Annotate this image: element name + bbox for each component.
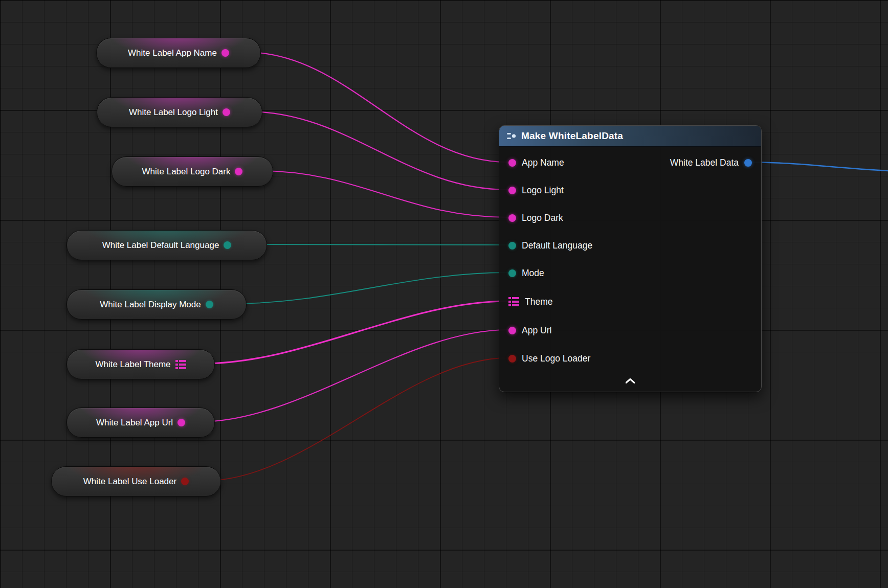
getter-label: White Label App Url [96, 418, 173, 428]
getter-label: White Label App Name [128, 48, 217, 58]
input-row-default-language: Default Language [508, 237, 592, 254]
output-pin-display-mode[interactable] [206, 301, 213, 308]
input-row-logo-dark: Logo Dark [508, 209, 563, 227]
input-pin-logo-dark[interactable] [508, 214, 516, 222]
wire-logo-dark[interactable] [258, 171, 508, 217]
pin-label: Mode [522, 268, 544, 279]
chevron-up-icon [626, 378, 635, 383]
wire-theme[interactable] [203, 301, 508, 364]
getter-node-white-label-app-url[interactable]: White Label App Url [66, 408, 215, 438]
input-row-app-url: App Url [508, 322, 551, 339]
pin-label: Logo Light [522, 185, 564, 196]
output-pin-logo-light[interactable] [223, 108, 230, 116]
output-pin-use-loader[interactable] [181, 478, 189, 485]
wire-default-language[interactable] [253, 244, 508, 245]
input-pin-use-logo-loader[interactable] [508, 355, 516, 363]
getter-label: White Label Logo Dark [142, 167, 231, 177]
pin-label: App Name [522, 157, 564, 168]
output-pin-white-label-data[interactable] [744, 159, 752, 167]
input-pin-mode[interactable] [508, 269, 516, 277]
input-row-theme: Theme [508, 293, 552, 310]
wire-display-mode[interactable] [231, 273, 508, 304]
pin-label: App Url [522, 325, 551, 336]
input-row-app-name: App Name [508, 154, 564, 171]
pin-label: White Label Data [670, 157, 739, 168]
getter-label: White Label Use Loader [83, 477, 176, 487]
pin-label: Default Language [522, 240, 592, 251]
output-row-white-label-data: White Label Data [670, 154, 752, 171]
make-whitelabeldata-node[interactable]: Make WhiteLabelData App Name Logo Light … [499, 125, 762, 392]
node-header[interactable]: Make WhiteLabelData [499, 126, 761, 147]
output-pin-logo-dark[interactable] [235, 168, 242, 175]
output-pin-app-url[interactable] [177, 419, 185, 426]
wire-logo-light[interactable] [247, 111, 508, 190]
collapse-node-button[interactable] [620, 375, 640, 387]
make-struct-icon [506, 131, 517, 141]
getter-node-white-label-app-name[interactable]: White Label App Name [96, 38, 261, 68]
wire-use-loader[interactable] [206, 358, 508, 481]
output-pin-app-name[interactable] [221, 49, 229, 57]
pin-label: Theme [525, 297, 552, 307]
wire-output-white-label-data[interactable] [743, 162, 888, 171]
input-row-logo-light: Logo Light [508, 182, 564, 199]
getter-node-white-label-theme[interactable]: White Label Theme [66, 349, 215, 379]
input-pin-app-url[interactable] [508, 327, 516, 334]
getter-node-white-label-default-language[interactable]: White Label Default Language [66, 230, 267, 260]
output-pin-default-language[interactable] [224, 241, 231, 249]
wire-app-name[interactable] [246, 52, 508, 162]
getter-label: White Label Theme [95, 359, 170, 370]
input-pin-app-name[interactable] [508, 159, 516, 167]
pin-label: Logo Dark [522, 213, 563, 223]
getter-node-white-label-display-mode[interactable]: White Label Display Mode [66, 289, 247, 320]
pin-label: Use Logo Loader [522, 353, 590, 364]
getter-node-white-label-logo-dark[interactable]: White Label Logo Dark [112, 156, 273, 187]
input-pin-theme-struct-grid-icon[interactable] [508, 297, 519, 306]
input-row-use-logo-loader: Use Logo Loader [508, 350, 590, 367]
input-row-mode: Mode [508, 264, 544, 282]
struct-grid-pin-icon[interactable] [175, 360, 186, 369]
getter-label: White Label Display Mode [100, 300, 201, 310]
getter-label: White Label Default Language [102, 240, 219, 251]
wire-app-url[interactable] [199, 330, 508, 422]
node-title: Make WhiteLabelData [521, 130, 623, 142]
getter-label: White Label Logo Light [129, 107, 218, 118]
getter-node-white-label-use-loader[interactable]: White Label Use Loader [51, 466, 221, 496]
input-pin-default-language[interactable] [508, 242, 516, 250]
input-pin-logo-light[interactable] [508, 187, 516, 194]
getter-node-white-label-logo-light[interactable]: White Label Logo Light [97, 97, 262, 127]
graph-canvas[interactable]: White Label App Name White Label Logo Li… [0, 0, 888, 588]
